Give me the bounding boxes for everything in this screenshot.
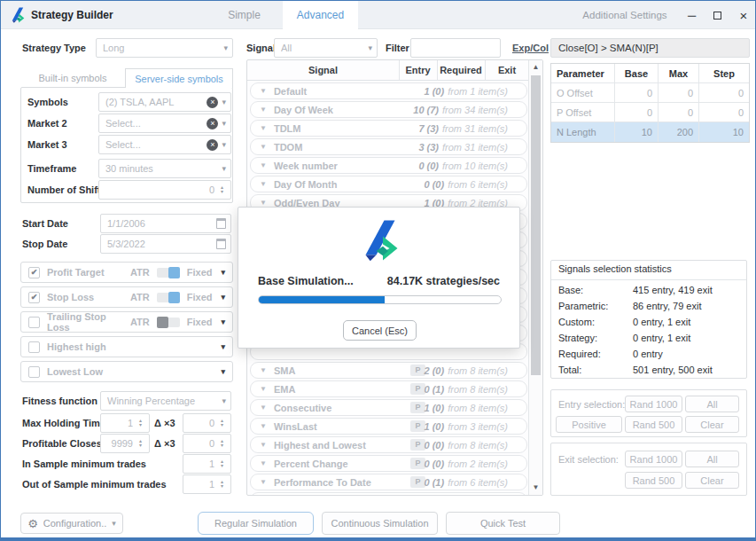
param-cell[interactable]: 0 bbox=[699, 83, 749, 103]
spinner-icon[interactable]: ▴▾ bbox=[136, 439, 144, 448]
param-cell-selected[interactable]: 200 bbox=[659, 122, 699, 142]
clear-icon[interactable]: × bbox=[207, 97, 218, 108]
symbols-dropdown[interactable]: (2) TSLA, AAPL × ▾ bbox=[98, 92, 231, 112]
highest-high-group[interactable]: Highest high ▾ bbox=[20, 336, 233, 357]
chevron-down-icon[interactable]: ▼ bbox=[260, 199, 267, 207]
signal-row[interactable]: ▼Performance To DateP0 (1)from 6 item(s) bbox=[250, 474, 527, 490]
chevron-down-icon[interactable]: ▼ bbox=[260, 385, 267, 393]
quick-test-button[interactable]: Quick Test bbox=[446, 512, 560, 535]
profitable-closes-input[interactable]: 9999 ▴▾ bbox=[100, 434, 150, 453]
stop-loss-group[interactable]: ✔ Stop Loss ATR Fixed ▾ bbox=[20, 286, 233, 308]
param-cell[interactable]: 0 bbox=[615, 83, 659, 103]
checkbox-checked[interactable]: ✔ bbox=[28, 292, 40, 303]
close-button[interactable]: × bbox=[730, 1, 756, 29]
param-row-name-selected[interactable]: N Length bbox=[551, 122, 615, 142]
profit-target-group[interactable]: ✔ Profit Target ATR Fixed ▾ bbox=[20, 262, 233, 283]
exit-rand-1000-button[interactable]: Rand 1000 bbox=[625, 451, 682, 467]
spinner-icon[interactable]: ▴▾ bbox=[218, 480, 226, 489]
filter-input[interactable] bbox=[410, 38, 501, 58]
tab-built-in-symbols[interactable]: Built-in symbols bbox=[20, 68, 125, 88]
tab-server-side-symbols[interactable]: Server-side symbols bbox=[125, 68, 233, 88]
cancel-button[interactable]: Cancel (Esc) bbox=[343, 320, 417, 341]
atr-fixed-toggle[interactable] bbox=[157, 293, 180, 302]
chevron-down-icon[interactable]: ▼ bbox=[260, 478, 267, 486]
fitness-function-dropdown[interactable]: Winning Percentage▾ bbox=[100, 391, 231, 411]
column-header-required[interactable]: Required bbox=[437, 60, 485, 80]
checkbox-checked[interactable]: ✔ bbox=[28, 267, 40, 278]
param-cell-selected[interactable]: 10 bbox=[615, 122, 659, 142]
chevron-down-icon[interactable]: ▾ bbox=[221, 269, 225, 277]
chevron-down-icon[interactable]: ▼ bbox=[260, 87, 267, 95]
entry-all-button[interactable]: All bbox=[685, 396, 739, 412]
clear-icon[interactable]: × bbox=[207, 118, 218, 129]
signal-row[interactable]: ▼Highest and LowestP0 (0)from 8 item(s) bbox=[250, 436, 527, 453]
column-header-entry[interactable]: Entry bbox=[399, 60, 437, 80]
max-holding-time-input[interactable]: 1 ▴▾ bbox=[100, 413, 150, 433]
column-header-exit[interactable]: Exit bbox=[485, 60, 529, 80]
checkbox-unchecked[interactable] bbox=[28, 341, 40, 353]
chevron-down-icon[interactable]: ▼ bbox=[260, 459, 267, 467]
in-sample-input[interactable]: 1 ▴▾ bbox=[183, 454, 231, 474]
shifts-input[interactable]: 0 ▴▾ bbox=[98, 180, 231, 200]
param-row-name[interactable]: P Offset bbox=[551, 103, 615, 122]
signal-row[interactable]: ▼Day Of Month0 (0)from 6 item(s) bbox=[250, 176, 527, 192]
spinner-icon[interactable]: ▴▾ bbox=[218, 439, 226, 448]
entry-clear-button[interactable]: Clear bbox=[685, 416, 739, 433]
start-date-input[interactable]: 1/1/2006 bbox=[100, 214, 231, 233]
expand-collapse-link[interactable]: Exp/Col bbox=[512, 38, 549, 58]
strategy-type-dropdown[interactable]: Long▾ bbox=[96, 38, 233, 58]
chevron-down-icon[interactable]: ▼ bbox=[260, 404, 267, 412]
exit-clear-button[interactable]: Clear bbox=[685, 472, 739, 489]
atr-fixed-toggle[interactable] bbox=[157, 318, 180, 327]
param-cell-selected[interactable]: 10 bbox=[699, 122, 749, 142]
chevron-down-icon[interactable]: ▼ bbox=[260, 366, 267, 374]
chevron-down-icon[interactable]: ▼ bbox=[260, 422, 267, 430]
scroll-down-icon[interactable]: ▼ bbox=[529, 482, 542, 494]
signal-row[interactable]: ▼WinsLastP1 (0)from 3 item(s) bbox=[250, 418, 527, 435]
chevron-down-icon[interactable]: ▼ bbox=[260, 106, 267, 114]
stop-date-input[interactable]: 5/3/2022 bbox=[100, 234, 231, 254]
out-sample-input[interactable]: 1 ▴▾ bbox=[183, 474, 231, 494]
chevron-down-icon[interactable]: ▾ bbox=[221, 294, 225, 302]
market2-dropdown[interactable]: Select... × ▾ bbox=[98, 114, 231, 133]
tab-additional-settings[interactable]: Additional Settings bbox=[573, 1, 677, 29]
signal-row[interactable]: ▼Day Of Week10 (7)from 34 item(s) bbox=[250, 101, 527, 118]
signal-row[interactable]: ▼TDOM3 (3)from 31 item(s) bbox=[250, 138, 527, 155]
entry-positive-button[interactable]: Positive bbox=[556, 416, 622, 433]
chevron-down-icon[interactable]: ▾ bbox=[221, 318, 225, 326]
signal-row[interactable]: ▼Default1 (0)from 1 item(s) bbox=[250, 82, 527, 99]
timeframe-dropdown[interactable]: 30 minutes▾ bbox=[98, 159, 231, 178]
signal-row[interactable]: ▼Week number0 (0)from 10 item(s) bbox=[250, 157, 527, 174]
continuous-simulation-button[interactable]: Continuous Simulation bbox=[322, 512, 438, 535]
signal-row[interactable]: ▼SMAP2 (0)from 8 item(s) bbox=[250, 362, 527, 379]
exit-all-button[interactable]: All bbox=[685, 451, 739, 467]
spinner-icon[interactable]: ▴▾ bbox=[218, 185, 226, 194]
param-cell[interactable]: 0 bbox=[699, 103, 749, 122]
market3-dropdown[interactable]: Select... × ▾ bbox=[98, 135, 231, 154]
exit-rand-500-button[interactable]: Rand 500 bbox=[625, 472, 682, 489]
checkbox-unchecked[interactable] bbox=[28, 317, 40, 328]
signal-row[interactable]: ▼ConsecutiveP1 (0)from 8 item(s) bbox=[250, 399, 527, 416]
entry-rand-1000-button[interactable]: Rand 1000 bbox=[625, 396, 682, 412]
spinner-icon[interactable]: ▴▾ bbox=[136, 419, 144, 427]
chevron-down-icon[interactable]: ▼ bbox=[260, 180, 267, 188]
scrollbar-thumb[interactable] bbox=[531, 75, 541, 375]
minimize-button[interactable]: ─ bbox=[679, 1, 705, 29]
signal-row[interactable]: ▼TDLM7 (3)from 31 item(s) bbox=[250, 120, 527, 137]
profitable-closes-delta-input[interactable]: 0 ▴▾ bbox=[183, 434, 231, 453]
param-cell[interactable]: 0 bbox=[615, 103, 659, 122]
clear-icon[interactable]: × bbox=[207, 139, 218, 151]
spinner-icon[interactable]: ▴▾ bbox=[218, 459, 226, 468]
regular-simulation-button[interactable]: Regular Simulation bbox=[198, 512, 314, 535]
chevron-down-icon[interactable]: ▾ bbox=[221, 343, 225, 351]
max-holding-delta-input[interactable]: 0 ▴▾ bbox=[183, 413, 231, 433]
chevron-down-icon[interactable]: ▼ bbox=[260, 161, 267, 169]
signal-row[interactable]: ▼EMAP0 (1)from 8 item(s) bbox=[250, 380, 527, 397]
calendar-icon[interactable] bbox=[216, 218, 226, 229]
column-header-signal[interactable]: Signal bbox=[247, 60, 399, 80]
signals-dropdown[interactable]: All▾ bbox=[274, 38, 378, 58]
tab-simple[interactable]: Simple bbox=[206, 1, 283, 29]
chevron-down-icon[interactable]: ▼ bbox=[260, 143, 267, 151]
signal-row[interactable] bbox=[250, 492, 527, 496]
calendar-icon[interactable] bbox=[216, 239, 226, 249]
